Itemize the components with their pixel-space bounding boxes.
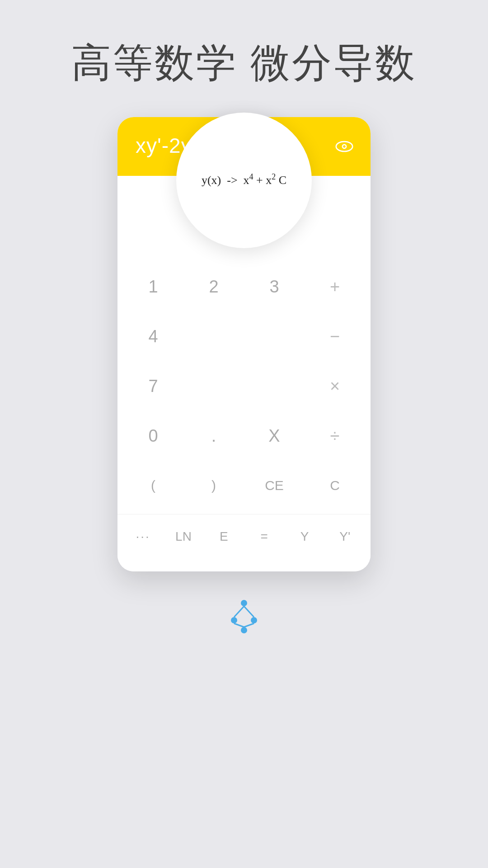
eye-icon[interactable] (334, 137, 354, 156)
result-formula: y(x) -> x4 + x2 C (202, 171, 286, 190)
keypad-area: y(x) -> x4 + x2 C 1 2 3 + 4 − 7 × 0 . X … (117, 176, 371, 571)
svg-line-9 (234, 623, 244, 627)
key-dot[interactable]: . (183, 411, 244, 461)
key-4[interactable]: 4 (123, 311, 183, 361)
bottom-row: ··· LN E = Y Y' (117, 514, 371, 564)
svg-line-7 (234, 606, 244, 617)
key-2[interactable]: 2 (183, 262, 244, 311)
key-3[interactable]: 3 (244, 262, 305, 311)
app-logo (226, 599, 262, 637)
key-7[interactable]: 7 (123, 361, 183, 411)
key-minus[interactable]: − (305, 311, 365, 361)
key-0[interactable]: 0 (123, 411, 183, 461)
key-close-paren[interactable]: ) (183, 461, 244, 510)
key-equals[interactable]: = (244, 516, 284, 557)
svg-line-8 (244, 606, 254, 617)
key-multiply[interactable]: × (305, 361, 365, 411)
key-8 (183, 361, 244, 411)
key-9 (244, 361, 305, 411)
key-ln[interactable]: LN (163, 516, 203, 557)
key-open-paren[interactable]: ( (123, 461, 183, 510)
svg-point-2 (343, 145, 345, 147)
keys-grid: 1 2 3 + 4 − 7 × 0 . X ÷ ( ) CE C (117, 262, 371, 510)
key-y[interactable]: Y (284, 516, 324, 557)
key-1[interactable]: 1 (123, 262, 183, 311)
tree-icon (226, 599, 262, 637)
key-plus[interactable]: + (305, 262, 365, 311)
key-e[interactable]: E (204, 516, 244, 557)
calculator-card: xy'-2y=2x^4 y(x) -> x4 + x2 C 1 2 3 + (117, 117, 371, 571)
key-c[interactable]: C (305, 461, 365, 510)
svg-point-3 (241, 600, 247, 606)
svg-point-6 (241, 627, 247, 633)
page-title: 高等数学 微分导数 (71, 36, 417, 90)
svg-point-5 (251, 617, 257, 623)
key-5 (183, 311, 244, 361)
key-more[interactable]: ··· (123, 516, 163, 557)
key-ce[interactable]: CE (244, 461, 305, 510)
svg-line-10 (244, 623, 254, 627)
key-y-prime[interactable]: Y' (325, 516, 365, 557)
result-bubble: y(x) -> x4 + x2 C (176, 113, 312, 248)
key-x[interactable]: X (244, 411, 305, 461)
svg-point-4 (231, 617, 237, 623)
key-6 (244, 311, 305, 361)
key-divide[interactable]: ÷ (305, 411, 365, 461)
